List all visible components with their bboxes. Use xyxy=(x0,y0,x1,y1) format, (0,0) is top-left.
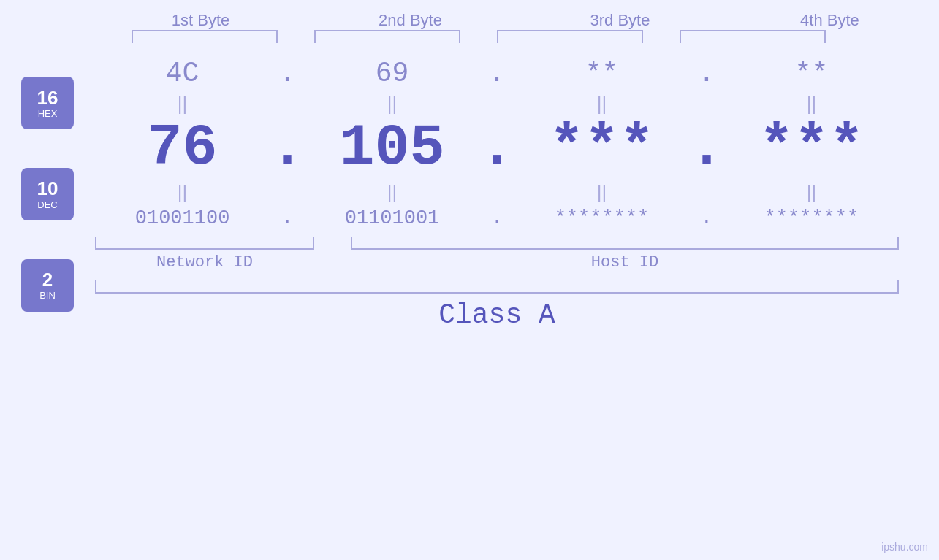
bin-val-2: 01101001 xyxy=(305,207,479,229)
bracket-spacer xyxy=(314,237,351,250)
overall-bracket xyxy=(95,280,899,294)
id-labels: Network ID Host ID xyxy=(95,253,899,272)
eq2-3: || xyxy=(514,181,689,204)
bin-badge: 2 BIN xyxy=(21,259,74,312)
eq1-1: || xyxy=(95,93,270,115)
network-id-label: Network ID xyxy=(95,253,314,272)
byte-label-3: 3rd Byte xyxy=(533,11,707,30)
bracket-byte-2 xyxy=(314,30,460,43)
id-brackets xyxy=(95,237,899,250)
hex-badge: 16 HEX xyxy=(21,77,74,129)
bracket-byte-1 xyxy=(132,30,278,43)
dec-val-1: 76 xyxy=(95,119,270,177)
eq2-2: || xyxy=(305,181,479,204)
bin-val-4: ******** xyxy=(724,207,899,229)
hex-badge-number: 16 xyxy=(37,88,58,109)
bracket-byte-4 xyxy=(680,30,826,43)
ip-rows-column: 4C . 69 . ** . ** xyxy=(95,50,899,331)
top-bracket-line xyxy=(113,30,917,43)
hex-val-3: ** xyxy=(514,58,689,89)
byte-label-2: 2nd Byte xyxy=(323,11,498,30)
id-label-spacer xyxy=(314,253,351,272)
hex-badge-label: HEX xyxy=(38,108,58,119)
bin-val-1: 01001100 xyxy=(95,207,270,229)
hex-val-2: 69 xyxy=(305,58,479,89)
hex-dot-2: . xyxy=(479,58,514,89)
top-area: 1st Byte 2nd Byte 3rd Byte 4th Byte xyxy=(113,11,917,50)
eq1-2: || xyxy=(305,93,479,115)
host-id-label: Host ID xyxy=(351,253,899,272)
bin-badge-label: BIN xyxy=(39,290,56,301)
bin-badge-number: 2 xyxy=(42,269,53,291)
eq1-4: || xyxy=(724,93,899,115)
dec-badge-number: 10 xyxy=(37,178,58,199)
bin-dot-2: . xyxy=(479,207,514,229)
byte-labels-row: 1st Byte 2nd Byte 3rd Byte 4th Byte xyxy=(113,11,917,30)
class-label: Class A xyxy=(95,299,899,331)
dec-val-2: 105 xyxy=(305,119,479,177)
dec-dot-1: . xyxy=(270,119,305,177)
watermark: ipshu.com xyxy=(881,541,928,553)
dec-dot-2: . xyxy=(479,119,514,177)
dec-badge: 10 DEC xyxy=(21,168,74,220)
main-content: 16 HEX 10 DEC 2 BIN 4C . xyxy=(0,50,939,331)
dec-badge-label: DEC xyxy=(37,199,57,210)
dec-dot-3: . xyxy=(689,119,724,177)
eq2-1: || xyxy=(95,181,270,204)
bin-val-3: ******** xyxy=(514,207,689,229)
hex-dot-3: . xyxy=(689,58,724,89)
bin-dot-3: . xyxy=(689,207,724,229)
hex-val-1: 4C xyxy=(95,58,270,89)
dec-row: 76 . 105 . *** . *** xyxy=(95,119,899,177)
hex-val-4: ** xyxy=(724,58,899,89)
bracket-byte-3 xyxy=(497,30,643,43)
bin-dot-1: . xyxy=(270,207,305,229)
equals-row-2: || || || || xyxy=(95,181,899,204)
host-bracket xyxy=(351,237,899,250)
eq2-4: || xyxy=(724,181,899,204)
hex-row: 4C . 69 . ** . ** xyxy=(95,58,899,89)
equals-row-1: || || || || xyxy=(95,93,899,115)
badges-column: 16 HEX 10 DEC 2 BIN xyxy=(0,58,95,331)
byte-label-4: 4th Byte xyxy=(742,11,917,30)
page-wrapper: 1st Byte 2nd Byte 3rd Byte 4th Byte 16 H… xyxy=(0,0,939,560)
dec-val-3: *** xyxy=(514,119,689,177)
eq1-3: || xyxy=(514,93,689,115)
network-bracket xyxy=(95,237,314,250)
bin-row: 01001100 . 01101001 . ******** . xyxy=(95,207,899,229)
dec-val-4: *** xyxy=(724,119,899,177)
byte-label-1: 1st Byte xyxy=(113,11,288,30)
hex-dot-1: . xyxy=(270,58,305,89)
